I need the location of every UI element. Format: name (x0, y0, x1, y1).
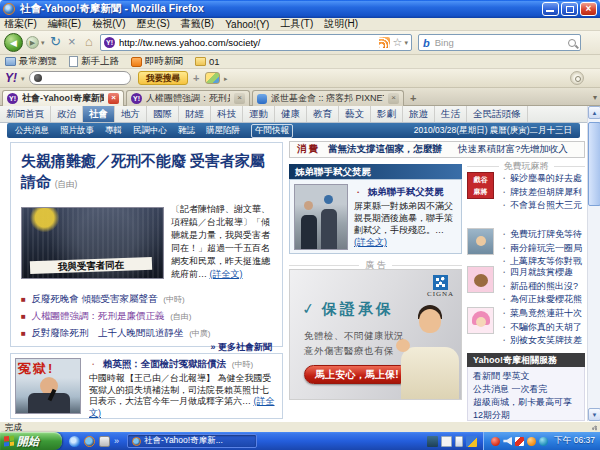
teddy-bear-icon[interactable] (467, 266, 494, 293)
tab-society-news[interactable]: Y! 社會-Yahoo!奇摩新聞 × (2, 90, 124, 106)
toolbar-icon[interactable] (466, 436, 477, 447)
new-tab-button[interactable]: + (410, 92, 416, 104)
antivirus-icon[interactable] (515, 437, 524, 446)
back-button[interactable]: ◀ (4, 33, 23, 52)
promo-link[interactable]: 躲沙塵暴的好去處 (510, 173, 582, 183)
promo-link[interactable]: 免費玩打牌免等待 (510, 229, 582, 239)
bookmark-most-visited[interactable]: 最常瀏覽 (5, 55, 57, 68)
restore-button[interactable] (561, 2, 578, 16)
tab-close-icon[interactable]: × (388, 93, 399, 104)
promo-link[interactable]: 牌技差但胡牌犀利 (510, 187, 582, 197)
promo-link[interactable]: 兩分鐘玩完一圈局 (510, 243, 582, 253)
service-link[interactable]: 公共消息 一次看完 (473, 383, 579, 396)
nav-tab-society[interactable]: 社會 (83, 106, 115, 122)
yahoo-dropdown-icon[interactable]: ▾ (21, 75, 25, 83)
feature-photo[interactable] (294, 184, 348, 250)
news-link[interactable]: 反對廢除死刑 上千人晚間凱道靜坐 (31, 327, 183, 338)
service-link[interactable]: 超級商城，刷卡最高可享12期分期 (473, 396, 579, 421)
tray-icon-orange[interactable] (527, 437, 536, 446)
web-search-box[interactable]: b Bing (418, 34, 581, 51)
start-button[interactable]: 開始 (0, 432, 62, 450)
location-bar[interactable]: Y! http://tw.news.yahoo.com/society/ ☆ ▾ (100, 34, 412, 51)
menu-edit[interactable]: 編輯(E) (48, 17, 81, 31)
subnav-public-news[interactable]: 公共消息 (15, 125, 49, 137)
scrollbar-thumb[interactable] (588, 122, 600, 206)
promo-link[interactable]: 不會算台照大三元 (510, 200, 582, 210)
home-button[interactable]: ⌂ (85, 35, 93, 49)
nav-tab-sports[interactable]: 運動 (243, 106, 275, 122)
search-magnifier-icon[interactable] (568, 39, 576, 47)
subnav-special[interactable]: 專輯 (105, 125, 122, 137)
url-dropdown-icon[interactable]: ▾ (404, 39, 408, 47)
search-placeholder[interactable]: Bing (435, 37, 568, 48)
app-icon[interactable] (99, 436, 110, 447)
forward-button[interactable]: ▶ (26, 36, 39, 49)
second-story-link[interactable]: 賴英照：全面檢討冤獄賠償法 (103, 358, 227, 369)
card-player-icon[interactable] (467, 228, 494, 255)
scroll-down-icon[interactable]: ▼ (588, 408, 600, 421)
advertisement[interactable]: CIGNA ✓ 保證承保 免體檢、不問健康狀況 意外傷害醫療也有保 馬上安心，馬… (289, 269, 462, 400)
menu-tools[interactable]: 工具(T) (280, 17, 313, 31)
yahoo-logo-icon[interactable]: Y! (5, 71, 17, 85)
close-button[interactable]: × (580, 2, 597, 16)
minimize-button[interactable] (542, 2, 559, 16)
yahoo-apps-icon[interactable] (205, 72, 220, 84)
service-link[interactable]: 看新聞 學英文 (473, 370, 579, 383)
nav-tab-headlines[interactable]: 全民話頭條 (467, 106, 528, 122)
yahoo-search-input[interactable] (29, 71, 131, 85)
nav-tab-entertainment[interactable]: 影劇 (371, 106, 403, 122)
ticker-link-2[interactable]: 快速累積財富?先增加收入 (458, 143, 568, 156)
tab-human-rights[interactable]: Y! 人權團體強調：死刑是廉價正義-Ya… × (126, 90, 250, 106)
menu-view[interactable]: 檢視(V) (92, 17, 125, 31)
menu-file[interactable]: 檔案(F) (4, 17, 37, 31)
top-story-photo[interactable]: 我與受害者同在 (21, 207, 164, 279)
nav-tab-home[interactable]: 新聞首頁 (0, 106, 51, 122)
input-method-icon[interactable] (427, 436, 438, 447)
promo-link[interactable]: 菜鳥竟然連莊十次 (510, 308, 582, 318)
promo-link[interactable]: 為何正妹愛櫻花熊 (510, 294, 582, 304)
subnav-noon-report[interactable]: 午間快報 (251, 124, 293, 138)
news-link-visited[interactable]: 人權團體強調：死刑是廉價正義 (31, 310, 164, 321)
tray-icon-red[interactable] (491, 437, 500, 446)
read-more-link[interactable]: (詳全文) (210, 269, 243, 279)
nav-tab-local[interactable]: 地方 (115, 106, 147, 122)
menu-bookmarks[interactable]: 書籤(B) (181, 17, 214, 31)
quick-launch-overflow-icon[interactable]: » (114, 436, 119, 446)
taskbar-window-button[interactable]: 社會-Yahoo!奇摩新... (127, 434, 257, 448)
nav-tab-arts[interactable]: 藝文 (339, 106, 371, 122)
subnav-magazine[interactable]: 雜誌 (178, 125, 195, 137)
scroll-up-icon[interactable]: ▲ (588, 106, 600, 119)
volume-icon[interactable] (503, 437, 512, 446)
menu-help[interactable]: 說明(H) (324, 17, 358, 31)
read-more-link[interactable]: (詳全文) (354, 237, 387, 247)
nav-tab-travel[interactable]: 旅遊 (403, 106, 435, 122)
toolbar-icon[interactable] (455, 436, 463, 447)
tray-icon-blue[interactable] (539, 437, 548, 446)
toolbar-settings-gear-icon[interactable] (570, 71, 584, 85)
news-link[interactable]: 反廢死晚會 傾聽受害家屬聲音 (31, 293, 157, 304)
menu-history[interactable]: 歷史(S) (136, 17, 169, 31)
promo-link[interactable]: 新品種的熊出沒? (510, 281, 578, 291)
bookmark-latest-news[interactable]: 即時新聞 (131, 55, 183, 68)
ad-cta-button[interactable]: 馬上安心，馬上保! (304, 365, 410, 384)
toolbar-more-icon[interactable]: ▸ (224, 75, 228, 83)
tab-close-icon[interactable]: × (108, 93, 119, 104)
nav-tab-life[interactable]: 生活 (435, 106, 467, 122)
tab-pixnet[interactable]: 派世基金會 :: 痞客邦 PIXNET :: × (252, 90, 404, 106)
promo-link[interactable]: 上萬牌友等你對戰 (510, 256, 582, 266)
input-method-icon[interactable] (441, 436, 452, 447)
promo-link[interactable]: 不騙你真的天胡了 (510, 322, 582, 332)
ticker-link-1[interactable]: 當無法支撐這個家，怎麼辦 (328, 143, 442, 156)
nav-tab-health[interactable]: 健康 (275, 106, 307, 122)
nav-tab-world[interactable]: 國際 (147, 106, 179, 122)
feature-title-link[interactable]: 姊弟聯手弒父焚屍 (368, 186, 444, 197)
ie-icon[interactable] (69, 436, 80, 447)
firefox-icon[interactable] (84, 436, 95, 447)
promo-link[interactable]: 別被女友笑牌技差 (510, 335, 582, 345)
list-all-tabs-icon[interactable]: ▾ (593, 93, 597, 102)
subnav-poll-center[interactable]: 民調中心 (133, 125, 167, 137)
bookmark-folder-01[interactable]: 01 (195, 56, 220, 67)
subnav-housing[interactable]: 購屋陷阱 (206, 125, 240, 137)
mahjong-game-icon[interactable]: 戲谷 麻將 (467, 172, 494, 199)
yahoo-search-button[interactable]: 我要搜尋 (138, 71, 188, 85)
